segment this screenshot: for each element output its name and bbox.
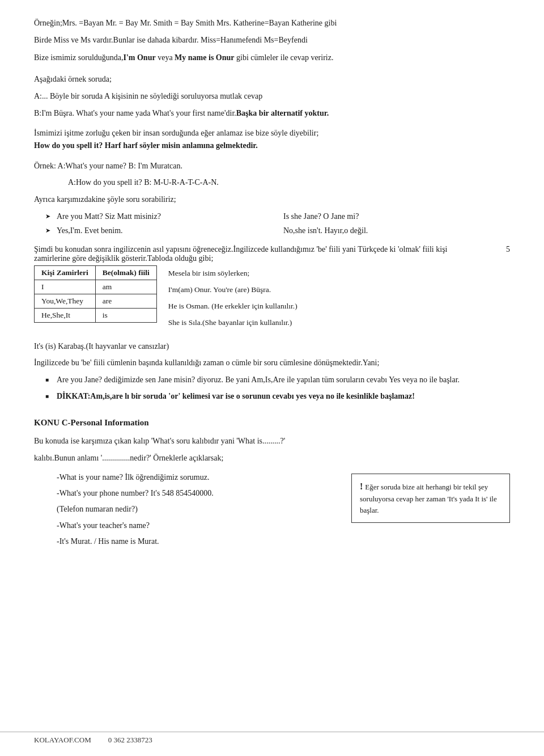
header-line2: Birde Miss ve Ms vardır.Bunlar ise dahad…: [34, 34, 510, 47]
be-paragraph2: İngilizcede bu 'be' fiili cümlenin başın…: [34, 357, 510, 369]
header-section: Örneğin;Mrs. =Bayan Mr. = Bay Mr. Smith …: [34, 17, 510, 64]
header-line3: Bize ismimiz sorulduğunda,I'm Onur veya …: [34, 52, 510, 64]
square-bullets: Are you Jane? dediğimizde sen Jane misin…: [45, 374, 510, 403]
ornek-bullet-2: Yes,I'm. Evet benim. No,she isn't. Hayır…: [45, 225, 510, 237]
col-header-pronouns: Kişi Zamirleri: [35, 266, 96, 280]
side-line3: He is Osman. (He erkekler için kullanılı…: [168, 301, 510, 312]
page-num-inline: 5: [506, 245, 510, 254]
ornek-line3: Ayrıca karşımızdakine şöyle soru sorabil…: [34, 193, 510, 206]
square-bullet-item: Are you Jane? dediğimizde sen Jane misin…: [45, 374, 510, 386]
be-table: Kişi Zamirleri Be(olmak) fiili IamYou,We…: [34, 265, 157, 323]
be-intro-wrap: Şimdi bu konudan sonra ingilizcenin asıl…: [34, 245, 510, 263]
table-section: Kişi Zamirleri Be(olmak) fiili IamYou,We…: [34, 265, 510, 333]
be-paragraph1: It's (is) Karabaş.(It hayvanlar ve cansı…: [34, 340, 510, 353]
ornek-bullet-1: Are you Matt? Siz Matt misiniz? Is she J…: [45, 210, 510, 223]
ornek-section: Örnek: A:What's your name? B: I'm Muratc…: [34, 160, 510, 237]
square-bullet-item: DİKKAT:Am,is,are lı bir soruda 'or' keli…: [45, 390, 510, 403]
page-content: Örneğin;Mrs. =Bayan Mr. = Bay Mr. Smith …: [34, 17, 510, 551]
footer: KOLAYAOF.COM 0 362 2338723: [0, 732, 544, 745]
side-line4: She is Sıla.(She bayanlar için kullanılı…: [168, 317, 510, 329]
ornek-line2: A:How do you spell it? B: M-U-R-A-T-C-A-…: [68, 176, 510, 189]
table-cell: I: [35, 280, 96, 294]
table-cell: He,She,It: [35, 309, 96, 323]
col-header-be: Be(olmak) fiili: [95, 266, 156, 280]
header-line1: Örneğin;Mrs. =Bayan Mr. = Bay Mr. Smith …: [34, 17, 510, 29]
konu-c-intro2: kalıbı.Bunun anlamı '..............nedir…: [34, 452, 510, 464]
example-section: Aşağıdaki örnek soruda; A:... Böyle bir …: [34, 73, 510, 119]
info-box: !Eğer soruda bize ait herhangi bir tekil…: [351, 474, 510, 523]
konu-c-section: KONU C-Personal Information Bu konuda is…: [34, 416, 510, 552]
be-fiili-section: Şimdi bu konudan sonra ingilizcenin asıl…: [34, 245, 510, 403]
footer-site: KOLAYAOF.COM: [34, 736, 91, 745]
side-line1: Mesela bir isim söylerken;: [168, 268, 510, 280]
ornek-bullets: Are you Matt? Siz Matt misiniz? Is she J…: [45, 210, 510, 237]
info-box-text: Eğer soruda bize ait herhangi bir tekil …: [360, 483, 497, 515]
footer-phone: 0 362 2338723: [108, 736, 152, 745]
table-cell: You,We,They: [35, 294, 96, 309]
exclamation-icon: !: [360, 482, 363, 491]
konu-c-heading: KONU C-Personal Information: [34, 416, 510, 429]
isim-section: İsmimizi işitme zorluğu çeken bir insan …: [34, 127, 510, 151]
table-cell: is: [95, 309, 156, 323]
a-line: A:... Böyle bir soruda A kişisinin ne sö…: [34, 90, 510, 103]
side-text: Mesela bir isim söylerken; I'm(am) Onur.…: [168, 265, 510, 333]
ornek-line1: Örnek: A:What's your name? B: I'm Muratc…: [34, 160, 510, 172]
konu-c-example: -It's Murat. / His name is Murat.: [57, 535, 510, 548]
table-cell: am: [95, 280, 156, 294]
isim-paragraph: İsmimizi işitme zorluğu çeken bir insan …: [34, 127, 510, 151]
konu-c-body: !Eğer soruda bize ait herhangi bir tekil…: [34, 471, 510, 552]
table-cell: are: [95, 294, 156, 309]
example-intro: Aşağıdaki örnek soruda;: [34, 73, 510, 86]
side-line2: I'm(am) Onur. You're (are) Büşra.: [168, 284, 510, 296]
konu-c-intro: Bu konuda ise karşımıza çıkan kalıp 'Wha…: [34, 435, 510, 447]
b-line: B:I'm Büşra. What's your name yada What'…: [34, 107, 510, 120]
